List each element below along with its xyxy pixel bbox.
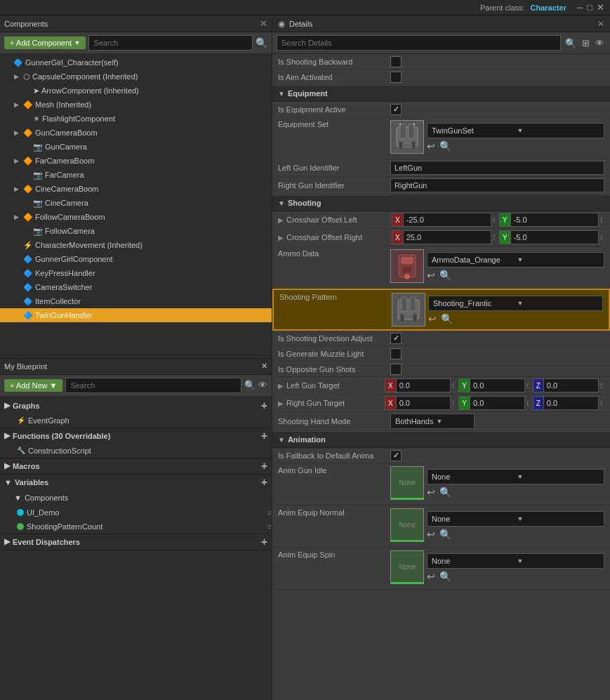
bp-event-graph-item[interactable]: ⚡ EventGraph bbox=[0, 414, 272, 428]
tree-item[interactable]: 🔷KeyPressHandler bbox=[0, 266, 272, 280]
anim-equip-normal-reset-button[interactable]: ↩ bbox=[427, 529, 435, 540]
left-gun-target-x-value[interactable]: 0.0 bbox=[396, 378, 451, 392]
anim-gun-idle-dropdown[interactable]: None ▼ bbox=[427, 469, 604, 484]
bp-dispatchers-add-icon[interactable]: + bbox=[261, 536, 267, 548]
crosshair-offset-left-row[interactable]: ▶ Crosshair Offset Left X -25.0 ⟨ Y -5.0… bbox=[272, 211, 610, 229]
equipment-set-dropdown[interactable]: TwinGunSet ▼ bbox=[427, 123, 604, 138]
details-eye-icon[interactable]: 👁 bbox=[594, 37, 606, 50]
equipment-section-header[interactable]: ▼ Equipment bbox=[272, 85, 610, 102]
anim-equip-normal-dropdown[interactable]: None ▼ bbox=[427, 511, 604, 527]
add-component-button[interactable]: + Add Component ▼ bbox=[4, 37, 86, 49]
tree-item[interactable]: 🔷GunnerGirlComponent bbox=[0, 252, 272, 266]
blueprint-close-btn[interactable]: ✕ bbox=[261, 362, 267, 371]
shooting-pattern-browse-button[interactable]: 🔍 bbox=[441, 313, 453, 324]
right-gun-target-z-value[interactable]: 0.0 bbox=[543, 396, 599, 410]
ammo-data-reset-button[interactable]: ↩ bbox=[427, 270, 435, 281]
tree-item[interactable]: 🔷TwinGunHandler bbox=[0, 308, 272, 322]
tree-item[interactable]: ▶🔶CineCameraBoom bbox=[0, 182, 272, 196]
tree-item[interactable]: ➤ArrowComponent (Inherited) bbox=[0, 84, 272, 98]
right-gun-target-x-value[interactable]: 0.0 bbox=[396, 396, 451, 410]
component-search-input[interactable] bbox=[88, 35, 253, 51]
anim-equip-spin-browse-button[interactable]: 🔍 bbox=[439, 571, 451, 582]
crosshair-left-y-value[interactable]: -5.0 bbox=[510, 213, 599, 227]
bp-components-subheader[interactable]: ▼ Components bbox=[0, 490, 272, 506]
crosshair-right-y-value[interactable]: -5.0 bbox=[510, 230, 599, 244]
crosshair-left-x-value[interactable]: -25.0 bbox=[403, 213, 491, 227]
anim-gun-idle-browse-button[interactable]: 🔍 bbox=[439, 487, 451, 498]
equipment-set-reset-button[interactable]: ↩ bbox=[427, 140, 435, 152]
blueprint-search-icon[interactable]: 🔍 bbox=[244, 380, 256, 390]
left-gun-target-y-value[interactable]: 0.0 bbox=[470, 378, 525, 392]
tree-item[interactable]: 📷FollowCamera bbox=[0, 224, 272, 238]
anim-equip-spin-dropdown[interactable]: None ▼ bbox=[427, 553, 604, 569]
is-shooting-direction-checkbox[interactable] bbox=[390, 333, 402, 344]
details-search-icon[interactable]: 🔍 bbox=[564, 37, 578, 50]
tree-item[interactable]: 📷GunCamera bbox=[0, 140, 272, 154]
tree-item[interactable]: ▶🔶GunCameraBoom bbox=[0, 126, 272, 140]
bp-macros-add-icon[interactable]: + bbox=[261, 460, 267, 473]
shooting-section-header[interactable]: ▼ Shooting bbox=[272, 194, 610, 211]
blueprint-search-input[interactable] bbox=[65, 378, 241, 393]
tree-item[interactable]: 📷FarCamera bbox=[0, 168, 272, 182]
add-new-button[interactable]: + Add New ▼ bbox=[4, 379, 62, 392]
bp-graphs-add-icon[interactable]: + bbox=[261, 399, 267, 412]
anim-equip-normal-browse-button[interactable]: 🔍 bbox=[439, 529, 451, 540]
close-btn[interactable]: ✕ bbox=[595, 2, 606, 13]
maximize-btn[interactable]: □ bbox=[585, 2, 594, 13]
blueprint-view-icon[interactable]: 👁 bbox=[258, 380, 267, 390]
bp-variables-add-icon[interactable]: + bbox=[261, 476, 267, 489]
anim-gun-idle-reset-button[interactable]: ↩ bbox=[427, 487, 435, 498]
shooting-pattern-dropdown[interactable]: Shooting_Frantic ▼ bbox=[428, 296, 603, 311]
equipment-set-browse-button[interactable]: 🔍 bbox=[439, 140, 451, 152]
is-shooting-backward-checkbox[interactable] bbox=[390, 56, 402, 67]
anim-equip-spin-reset-button[interactable]: ↩ bbox=[427, 571, 435, 582]
animation-section-header[interactable]: ▼ Animation bbox=[272, 431, 610, 448]
tree-item[interactable]: ▶🔶Mesh (Inherited) bbox=[0, 98, 272, 112]
window-controls[interactable]: ─ □ ✕ bbox=[575, 2, 606, 13]
details-grid-icon[interactable]: ⊞ bbox=[581, 37, 591, 50]
bp-functions-header[interactable]: ▶ Functions (30 Overridable) + bbox=[0, 428, 272, 444]
bp-construction-script-item[interactable]: 🔧 ConstructionScript bbox=[0, 444, 272, 458]
is-aim-activated-checkbox[interactable] bbox=[390, 72, 402, 83]
shooting-pattern-reset-button[interactable]: ↩ bbox=[428, 313, 437, 324]
is-generate-muzzle-checkbox[interactable] bbox=[390, 348, 402, 359]
details-search-input[interactable] bbox=[277, 35, 561, 51]
bp-dispatchers-header[interactable]: ▶ Event Dispatchers + bbox=[0, 534, 272, 550]
left-gun-target-z-value[interactable]: 0.0 bbox=[543, 378, 599, 392]
uidemo-expand-icon[interactable]: ≡ bbox=[267, 508, 272, 517]
shooting-hand-mode-dropdown[interactable]: BothHands ▼ bbox=[390, 414, 475, 429]
component-search-icon[interactable]: 🔍 bbox=[256, 37, 267, 48]
tree-item[interactable]: ▶🔶FarCameraBoom bbox=[0, 154, 272, 168]
is-opposite-shots-checkbox[interactable] bbox=[390, 364, 402, 375]
shootingpatterncount-expand-icon[interactable]: ≡ bbox=[267, 522, 272, 531]
right-gun-identifier-input[interactable] bbox=[390, 178, 604, 192]
tree-item[interactable]: 🔷CameraSwitcher bbox=[0, 280, 272, 294]
bp-graphs-header[interactable]: ▶ Graphs + bbox=[0, 398, 272, 414]
tree-item[interactable]: ▶⬡CapsuleComponent (Inherited) bbox=[0, 70, 272, 84]
tree-item[interactable]: ▶🔶FollowCameraBoom bbox=[0, 210, 272, 224]
tree-item[interactable]: 📷CineCamera bbox=[0, 196, 272, 210]
left-gun-target-row[interactable]: ▶ Left Gun Target X 0.0 ⟨ Y 0.0 ⟨ Z bbox=[272, 377, 610, 395]
components-close-btn[interactable]: ✕ bbox=[260, 18, 267, 29]
ammo-data-browse-button[interactable]: 🔍 bbox=[439, 270, 451, 281]
bp-uidemo-item[interactable]: UI_Demo ≡ bbox=[0, 506, 272, 520]
minimize-btn[interactable]: ─ bbox=[575, 2, 584, 13]
tree-item[interactable]: 🔷ItemCollector bbox=[0, 294, 272, 308]
tree-item[interactable]: ☀FlashlightComponent bbox=[0, 112, 272, 126]
right-gun-target-y-value[interactable]: 0.0 bbox=[470, 396, 525, 410]
bp-shootingpatterncount-item[interactable]: ShootingPatternCount ≡ bbox=[0, 520, 272, 534]
tree-item[interactable]: 🔷GunnerGirl_Character(self) bbox=[0, 55, 272, 70]
ammo-data-dropdown[interactable]: AmmoData_Orange ▼ bbox=[427, 252, 604, 268]
bp-functions-add-icon[interactable]: + bbox=[261, 430, 267, 442]
details-close-btn[interactable]: ✕ bbox=[597, 19, 604, 29]
tree-item[interactable]: ⚡CharacterMovement (Inherited) bbox=[0, 238, 272, 252]
left-gun-identifier-input[interactable] bbox=[390, 161, 604, 175]
is-fallback-checkbox[interactable] bbox=[390, 450, 402, 461]
bp-variables-header[interactable]: ▼ Variables + bbox=[0, 475, 272, 490]
right-gun-target-row[interactable]: ▶ Right Gun Target X 0.0 ⟨ Y 0.0 ⟨ Z bbox=[272, 395, 610, 412]
is-equipment-active-checkbox[interactable] bbox=[390, 104, 402, 115]
crosshair-offset-right-row[interactable]: ▶ Crosshair Offset Right X 25.0 ⟨ Y -5.0… bbox=[272, 229, 610, 246]
bp-variables-label: Variables bbox=[15, 478, 48, 487]
bp-macros-header[interactable]: ▶ Macros + bbox=[0, 458, 272, 474]
crosshair-right-x-value[interactable]: 25.0 bbox=[403, 230, 491, 244]
